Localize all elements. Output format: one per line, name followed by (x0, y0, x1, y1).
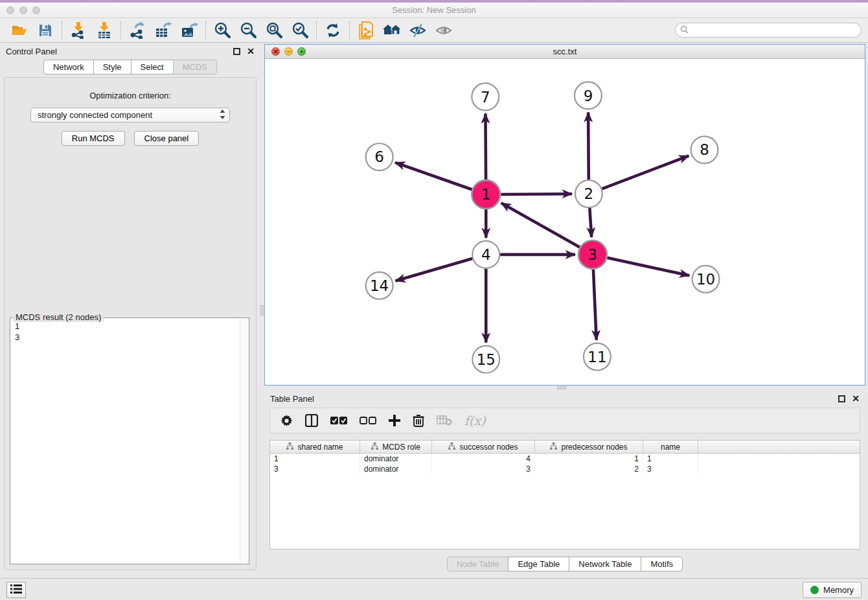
search-input[interactable] (692, 25, 856, 35)
eye-icon (435, 23, 452, 38)
graph-edge-3-10[interactable] (607, 258, 689, 276)
run-mcds-button[interactable]: Run MCDS (62, 131, 125, 146)
cell-predecessor-nodes[interactable]: 2 (535, 464, 643, 474)
tab-mcds[interactable]: MCDS (173, 60, 217, 75)
horizontal-split-divider[interactable] (264, 386, 865, 390)
cell-mcds-role[interactable]: dominator (360, 454, 432, 464)
graph-node-1[interactable]: 1 (472, 180, 500, 209)
graph-node-3[interactable]: 3 (578, 240, 607, 269)
add-column-button[interactable] (389, 415, 400, 426)
tab-style[interactable]: Style (93, 60, 131, 75)
close-panel-icon[interactable]: ✕ (247, 47, 255, 56)
network-maximize-button[interactable]: + (297, 47, 306, 56)
result-scrollbar[interactable] (240, 319, 248, 563)
deselect-all-button[interactable] (360, 417, 376, 425)
table-settings-button[interactable] (280, 415, 293, 427)
delete-table-button[interactable] (437, 415, 452, 426)
zoom-out-button[interactable] (235, 20, 261, 41)
open-session-button[interactable] (6, 20, 32, 41)
cell-successor-nodes[interactable]: 3 (432, 464, 535, 474)
minimize-window-button[interactable] (19, 6, 27, 14)
toolbar-separator (316, 21, 317, 40)
memory-button[interactable]: Memory (803, 582, 862, 598)
function-builder-button[interactable]: f(x) (464, 413, 486, 428)
close-panel-button[interactable]: Close panel (134, 131, 200, 146)
graph-edge-3-11[interactable] (593, 270, 597, 340)
hide-selected-button[interactable] (405, 20, 431, 41)
graph-edge-3-1[interactable] (501, 203, 580, 247)
criterion-select[interactable]: strongly connected component (30, 108, 230, 122)
tab-network[interactable]: Network (43, 60, 94, 75)
graph-node-14[interactable]: 14 (366, 272, 393, 299)
graph-edge-2-9[interactable] (588, 112, 589, 179)
column-header-predecessor-nodes[interactable]: predecessor nodes (535, 441, 643, 453)
search-box[interactable] (675, 23, 862, 38)
apply-layout-button[interactable] (320, 20, 346, 41)
graph-node-11[interactable]: 11 (584, 343, 611, 371)
network-close-button[interactable]: ✕ (271, 47, 280, 56)
table-row[interactable]: 1 dominator 4 1 1 (270, 454, 860, 464)
save-session-button[interactable] (32, 20, 58, 41)
svg-text:8: 8 (700, 142, 709, 159)
cell-name[interactable]: 1 (643, 454, 698, 464)
graph-edge-2-8[interactable] (602, 156, 689, 189)
graph-node-8[interactable]: 8 (691, 136, 718, 163)
float-panel-icon[interactable] (233, 48, 240, 55)
column-layout-button[interactable] (305, 414, 318, 427)
show-all-button[interactable] (431, 20, 457, 41)
graph-node-15[interactable]: 15 (472, 346, 499, 373)
zoom-fit-button[interactable] (261, 20, 287, 41)
tab-select[interactable]: Select (131, 60, 174, 75)
graph-node-4[interactable]: 4 (472, 241, 499, 268)
graph-edge-1-6[interactable] (395, 163, 472, 190)
cell-name[interactable]: 3 (643, 464, 698, 474)
close-panel-icon[interactable]: ✕ (852, 394, 860, 403)
cell-successor-nodes[interactable]: 4 (432, 454, 535, 464)
export-network-button[interactable] (124, 20, 150, 41)
maximize-window-button[interactable] (32, 6, 40, 14)
select-all-button[interactable] (330, 417, 347, 425)
zoom-in-button[interactable] (209, 20, 235, 41)
export-table-button[interactable] (150, 20, 176, 41)
column-header-successor-nodes[interactable]: successor nodes (432, 441, 535, 453)
column-header-mcds-role[interactable]: MCDS role (360, 441, 432, 453)
divider-grip[interactable] (557, 386, 566, 389)
tab-motifs[interactable]: Motifs (641, 557, 683, 571)
cell-shared-name[interactable]: 1 (270, 454, 360, 464)
graph-node-6[interactable]: 6 (366, 143, 393, 170)
graph-node-9[interactable]: 9 (575, 82, 602, 109)
delete-column-button[interactable] (413, 414, 424, 427)
tab-edge-table[interactable]: Edge Table (508, 557, 569, 571)
graph-edge-1-7[interactable] (485, 113, 486, 179)
graph-edge-2-3[interactable] (589, 208, 591, 237)
graph-edge-4-14[interactable] (396, 259, 473, 281)
export-image-button[interactable] (176, 20, 202, 41)
network-from-selection-button[interactable] (353, 20, 379, 41)
tab-node-table[interactable]: Node Table (447, 557, 509, 571)
graph-node-10[interactable]: 10 (692, 266, 720, 293)
graph-node-2[interactable]: 2 (575, 180, 602, 207)
network-minimize-button[interactable]: − (284, 47, 293, 56)
network-canvas[interactable]: 7968124314101511 (265, 59, 865, 385)
task-history-button[interactable] (6, 582, 26, 598)
vertical-split-divider[interactable] (260, 43, 264, 578)
zoom-selected-button[interactable] (287, 20, 313, 41)
table-toolbar: f(x) (269, 408, 860, 433)
svg-text:3: 3 (588, 246, 598, 263)
float-panel-icon[interactable] (838, 395, 845, 402)
graph-edge-1-2[interactable] (501, 194, 572, 194)
cell-predecessor-nodes[interactable]: 1 (535, 454, 643, 464)
home-button[interactable] (379, 20, 405, 41)
import-table-button[interactable] (91, 20, 117, 41)
graph-node-7[interactable]: 7 (472, 83, 499, 110)
cell-mcds-role[interactable]: dominator (360, 464, 432, 474)
column-header-name[interactable]: name (643, 441, 698, 453)
table-row[interactable]: 3 dominator 3 2 3 (270, 464, 860, 474)
tab-network-table[interactable]: Network Table (569, 557, 641, 571)
column-header-shared-name[interactable]: shared name (270, 441, 360, 453)
cell-shared-name[interactable]: 3 (270, 464, 360, 474)
import-network-button[interactable] (65, 20, 91, 41)
close-window-button[interactable] (6, 6, 14, 14)
table-panel-header: Table Panel ✕ (264, 390, 865, 407)
divider-grip[interactable] (260, 305, 264, 316)
